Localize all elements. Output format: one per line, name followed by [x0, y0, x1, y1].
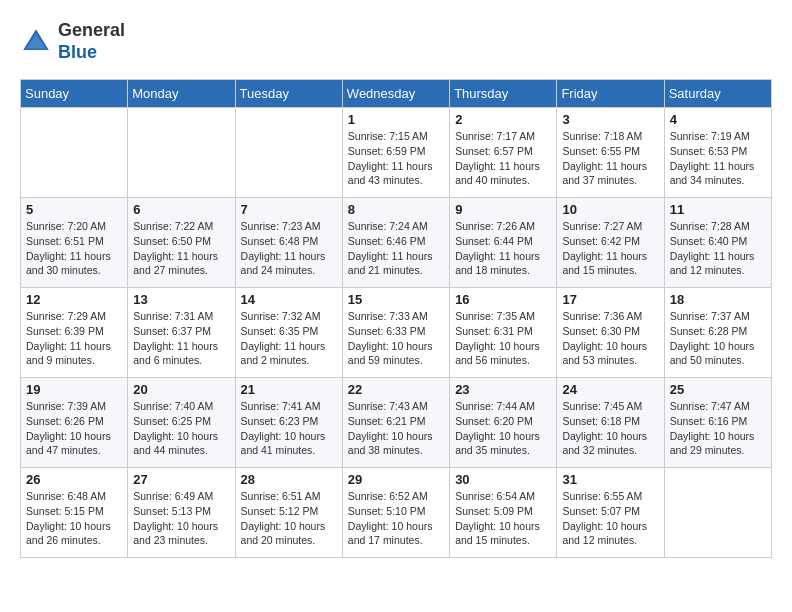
- calendar-cell: 1Sunrise: 7:15 AMSunset: 6:59 PMDaylight…: [342, 108, 449, 198]
- day-info: Sunrise: 7:43 AMSunset: 6:21 PMDaylight:…: [348, 399, 444, 458]
- day-number: 16: [455, 292, 551, 307]
- header-row: SundayMondayTuesdayWednesdayThursdayFrid…: [21, 80, 772, 108]
- calendar-cell: 31Sunrise: 6:55 AMSunset: 5:07 PMDayligh…: [557, 468, 664, 558]
- day-info: Sunrise: 7:18 AMSunset: 6:55 PMDaylight:…: [562, 129, 658, 188]
- day-number: 23: [455, 382, 551, 397]
- calendar-cell: 13Sunrise: 7:31 AMSunset: 6:37 PMDayligh…: [128, 288, 235, 378]
- day-number: 2: [455, 112, 551, 127]
- calendar-cell: 7Sunrise: 7:23 AMSunset: 6:48 PMDaylight…: [235, 198, 342, 288]
- calendar-cell: 28Sunrise: 6:51 AMSunset: 5:12 PMDayligh…: [235, 468, 342, 558]
- calendar-cell: 30Sunrise: 6:54 AMSunset: 5:09 PMDayligh…: [450, 468, 557, 558]
- day-number: 4: [670, 112, 766, 127]
- day-info: Sunrise: 7:31 AMSunset: 6:37 PMDaylight:…: [133, 309, 229, 368]
- day-number: 15: [348, 292, 444, 307]
- day-number: 18: [670, 292, 766, 307]
- day-info: Sunrise: 7:24 AMSunset: 6:46 PMDaylight:…: [348, 219, 444, 278]
- calendar-cell: 22Sunrise: 7:43 AMSunset: 6:21 PMDayligh…: [342, 378, 449, 468]
- calendar-table: SundayMondayTuesdayWednesdayThursdayFrid…: [20, 79, 772, 558]
- day-info: Sunrise: 7:23 AMSunset: 6:48 PMDaylight:…: [241, 219, 337, 278]
- col-header-wednesday: Wednesday: [342, 80, 449, 108]
- day-info: Sunrise: 7:26 AMSunset: 6:44 PMDaylight:…: [455, 219, 551, 278]
- calendar-cell: 6Sunrise: 7:22 AMSunset: 6:50 PMDaylight…: [128, 198, 235, 288]
- calendar-cell: 26Sunrise: 6:48 AMSunset: 5:15 PMDayligh…: [21, 468, 128, 558]
- day-info: Sunrise: 7:29 AMSunset: 6:39 PMDaylight:…: [26, 309, 122, 368]
- calendar-cell: 24Sunrise: 7:45 AMSunset: 6:18 PMDayligh…: [557, 378, 664, 468]
- calendar-cell: [128, 108, 235, 198]
- calendar-cell: 9Sunrise: 7:26 AMSunset: 6:44 PMDaylight…: [450, 198, 557, 288]
- logo-text: General Blue: [58, 20, 125, 63]
- calendar-cell: 25Sunrise: 7:47 AMSunset: 6:16 PMDayligh…: [664, 378, 771, 468]
- day-info: Sunrise: 7:40 AMSunset: 6:25 PMDaylight:…: [133, 399, 229, 458]
- day-number: 26: [26, 472, 122, 487]
- day-info: Sunrise: 7:19 AMSunset: 6:53 PMDaylight:…: [670, 129, 766, 188]
- calendar-cell: [21, 108, 128, 198]
- day-info: Sunrise: 6:48 AMSunset: 5:15 PMDaylight:…: [26, 489, 122, 548]
- day-number: 5: [26, 202, 122, 217]
- calendar-cell: 10Sunrise: 7:27 AMSunset: 6:42 PMDayligh…: [557, 198, 664, 288]
- col-header-monday: Monday: [128, 80, 235, 108]
- day-number: 8: [348, 202, 444, 217]
- day-number: 21: [241, 382, 337, 397]
- day-number: 19: [26, 382, 122, 397]
- col-header-tuesday: Tuesday: [235, 80, 342, 108]
- calendar-cell: 3Sunrise: 7:18 AMSunset: 6:55 PMDaylight…: [557, 108, 664, 198]
- day-info: Sunrise: 7:33 AMSunset: 6:33 PMDaylight:…: [348, 309, 444, 368]
- calendar-cell: 4Sunrise: 7:19 AMSunset: 6:53 PMDaylight…: [664, 108, 771, 198]
- calendar-cell: [235, 108, 342, 198]
- day-number: 1: [348, 112, 444, 127]
- calendar-cell: 16Sunrise: 7:35 AMSunset: 6:31 PMDayligh…: [450, 288, 557, 378]
- calendar-cell: 17Sunrise: 7:36 AMSunset: 6:30 PMDayligh…: [557, 288, 664, 378]
- day-info: Sunrise: 7:28 AMSunset: 6:40 PMDaylight:…: [670, 219, 766, 278]
- day-number: 25: [670, 382, 766, 397]
- logo-icon: [20, 26, 52, 58]
- calendar-cell: 12Sunrise: 7:29 AMSunset: 6:39 PMDayligh…: [21, 288, 128, 378]
- logo-general: General: [58, 20, 125, 40]
- logo: General Blue: [20, 20, 125, 63]
- logo-blue: Blue: [58, 42, 97, 62]
- day-info: Sunrise: 7:45 AMSunset: 6:18 PMDaylight:…: [562, 399, 658, 458]
- col-header-thursday: Thursday: [450, 80, 557, 108]
- calendar-cell: 5Sunrise: 7:20 AMSunset: 6:51 PMDaylight…: [21, 198, 128, 288]
- calendar-cell: 20Sunrise: 7:40 AMSunset: 6:25 PMDayligh…: [128, 378, 235, 468]
- col-header-saturday: Saturday: [664, 80, 771, 108]
- day-number: 6: [133, 202, 229, 217]
- calendar-cell: 21Sunrise: 7:41 AMSunset: 6:23 PMDayligh…: [235, 378, 342, 468]
- calendar-cell: 29Sunrise: 6:52 AMSunset: 5:10 PMDayligh…: [342, 468, 449, 558]
- day-number: 7: [241, 202, 337, 217]
- day-number: 13: [133, 292, 229, 307]
- day-number: 3: [562, 112, 658, 127]
- calendar-cell: 2Sunrise: 7:17 AMSunset: 6:57 PMDaylight…: [450, 108, 557, 198]
- day-info: Sunrise: 7:17 AMSunset: 6:57 PMDaylight:…: [455, 129, 551, 188]
- day-info: Sunrise: 7:37 AMSunset: 6:28 PMDaylight:…: [670, 309, 766, 368]
- day-number: 20: [133, 382, 229, 397]
- day-info: Sunrise: 6:52 AMSunset: 5:10 PMDaylight:…: [348, 489, 444, 548]
- day-number: 10: [562, 202, 658, 217]
- week-row-5: 26Sunrise: 6:48 AMSunset: 5:15 PMDayligh…: [21, 468, 772, 558]
- day-info: Sunrise: 6:51 AMSunset: 5:12 PMDaylight:…: [241, 489, 337, 548]
- day-number: 28: [241, 472, 337, 487]
- week-row-2: 5Sunrise: 7:20 AMSunset: 6:51 PMDaylight…: [21, 198, 772, 288]
- calendar-cell: 14Sunrise: 7:32 AMSunset: 6:35 PMDayligh…: [235, 288, 342, 378]
- calendar-cell: 8Sunrise: 7:24 AMSunset: 6:46 PMDaylight…: [342, 198, 449, 288]
- day-number: 27: [133, 472, 229, 487]
- day-info: Sunrise: 7:32 AMSunset: 6:35 PMDaylight:…: [241, 309, 337, 368]
- calendar-cell: 18Sunrise: 7:37 AMSunset: 6:28 PMDayligh…: [664, 288, 771, 378]
- day-number: 22: [348, 382, 444, 397]
- col-header-sunday: Sunday: [21, 80, 128, 108]
- day-info: Sunrise: 7:47 AMSunset: 6:16 PMDaylight:…: [670, 399, 766, 458]
- week-row-1: 1Sunrise: 7:15 AMSunset: 6:59 PMDaylight…: [21, 108, 772, 198]
- day-number: 14: [241, 292, 337, 307]
- day-info: Sunrise: 6:55 AMSunset: 5:07 PMDaylight:…: [562, 489, 658, 548]
- day-number: 17: [562, 292, 658, 307]
- calendar-cell: 23Sunrise: 7:44 AMSunset: 6:20 PMDayligh…: [450, 378, 557, 468]
- day-info: Sunrise: 7:15 AMSunset: 6:59 PMDaylight:…: [348, 129, 444, 188]
- day-number: 31: [562, 472, 658, 487]
- day-info: Sunrise: 7:36 AMSunset: 6:30 PMDaylight:…: [562, 309, 658, 368]
- day-info: Sunrise: 7:35 AMSunset: 6:31 PMDaylight:…: [455, 309, 551, 368]
- page-header: General Blue: [20, 20, 772, 63]
- calendar-cell: 27Sunrise: 6:49 AMSunset: 5:13 PMDayligh…: [128, 468, 235, 558]
- day-info: Sunrise: 7:39 AMSunset: 6:26 PMDaylight:…: [26, 399, 122, 458]
- calendar-cell: [664, 468, 771, 558]
- day-info: Sunrise: 7:44 AMSunset: 6:20 PMDaylight:…: [455, 399, 551, 458]
- day-number: 11: [670, 202, 766, 217]
